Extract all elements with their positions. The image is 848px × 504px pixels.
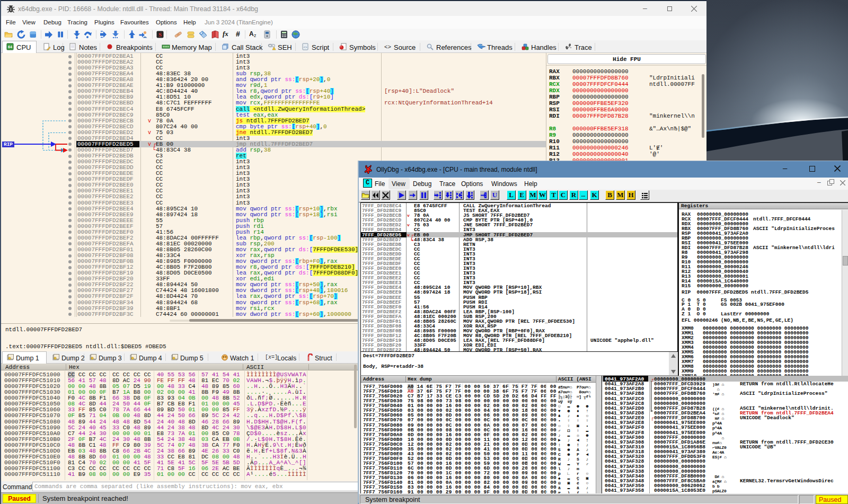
svg-text:64: 64: [8, 45, 12, 49]
svg-text:<>: <>: [303, 46, 307, 49]
svg-text:<>: <>: [384, 43, 391, 50]
svg-text:A: A: [249, 30, 254, 38]
svg-text:S: S: [158, 31, 162, 38]
svg-text:fx: fx: [223, 30, 228, 38]
svg-text:z: z: [254, 33, 257, 38]
svg-text:#: #: [236, 30, 240, 38]
